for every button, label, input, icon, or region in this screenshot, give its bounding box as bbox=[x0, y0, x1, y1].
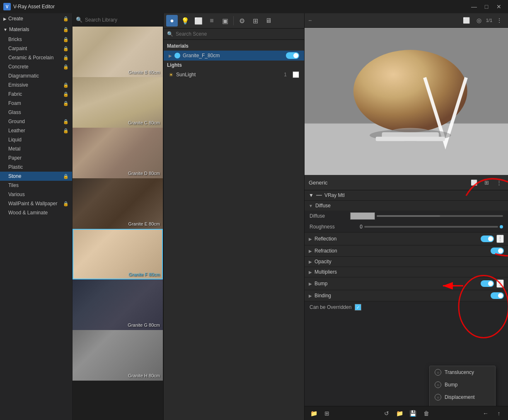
bottom-delete-btn[interactable]: 🗑 bbox=[421, 408, 432, 419]
props-expand-btn[interactable]: ⬜ bbox=[469, 177, 479, 187]
sunlight-color-swatch[interactable] bbox=[293, 71, 299, 78]
scene-cube-btn[interactable]: ⬜ bbox=[193, 15, 204, 27]
sidebar-item-label-foam: Foam bbox=[8, 100, 21, 106]
opacity-section-header[interactable]: ▶ Opacity bbox=[305, 257, 508, 267]
sidebar-item-various[interactable]: Various bbox=[0, 190, 72, 199]
material-toggle[interactable] bbox=[286, 52, 299, 59]
multipliers-section-header[interactable]: ▶ Multipliers bbox=[305, 267, 508, 277]
scene-monitor-btn[interactable]: 🖥 bbox=[263, 15, 274, 27]
bump-more-btn[interactable]: ⋮ bbox=[496, 279, 504, 288]
sidebar-item-ground[interactable]: Ground🔒 bbox=[0, 117, 72, 126]
reflection-more-btn[interactable]: ⋮ bbox=[496, 235, 504, 243]
bottom-nav-back-btn[interactable]: ← bbox=[480, 408, 491, 419]
sidebar-item-leather[interactable]: Leather🔒 bbox=[0, 126, 72, 135]
diffuse-section-header[interactable]: ▼ Diffuse bbox=[305, 201, 508, 211]
can-be-overridden-checkbox[interactable]: ✓ bbox=[355, 304, 361, 311]
scene-sphere-btn[interactable]: ● bbox=[166, 15, 178, 27]
sidebar-item-wood[interactable]: Wood & Laminate bbox=[0, 208, 72, 217]
bottom-save-btn[interactable]: 💾 bbox=[407, 408, 419, 419]
sidebar-item-carpaint[interactable]: Carpaint🔒 bbox=[0, 44, 72, 53]
maximize-button[interactable]: □ bbox=[481, 2, 492, 11]
reflection-toggle[interactable] bbox=[481, 235, 494, 242]
scene-light-btn[interactable]: 💡 bbox=[179, 15, 191, 27]
refraction-toggle[interactable] bbox=[491, 248, 504, 254]
library-item-granite-g[interactable]: Granite G 80cm bbox=[73, 279, 163, 330]
close-button[interactable]: ✕ bbox=[493, 2, 505, 11]
sidebar-item-label-diagrammatic: Diagrammatic bbox=[8, 73, 39, 79]
context-menu-item-translucency[interactable]: ○Translucency bbox=[430, 366, 495, 379]
lock-icon-bricks: 🔒 bbox=[63, 37, 69, 42]
preview-area bbox=[305, 28, 508, 175]
sidebar-item-bricks[interactable]: Bricks🔒 bbox=[0, 35, 72, 44]
roughness-slider[interactable] bbox=[364, 226, 498, 228]
props-more-btn[interactable]: ⋮ bbox=[494, 177, 504, 187]
scene-frame-btn[interactable]: ▣ bbox=[219, 15, 231, 27]
sidebar-item-tiles[interactable]: Tiles bbox=[0, 181, 72, 190]
context-menu-item-bump[interactable]: ○Bump bbox=[430, 379, 495, 391]
diffuse-slider[interactable] bbox=[377, 215, 503, 217]
sidebar-item-wallpaint[interactable]: WallPaint & Wallpaper🔒 bbox=[0, 199, 72, 208]
preview-toolbar: ↔ ⬜ ◎ 1/1 ⋮ bbox=[305, 13, 508, 28]
bottom-refresh-btn[interactable]: ↺ bbox=[381, 408, 392, 419]
sidebar-item-fabric[interactable]: Fabric🔒 bbox=[0, 90, 72, 99]
library-item-granite-e[interactable]: Granite E 80cm bbox=[73, 178, 163, 229]
refraction-section-header[interactable]: ▶ Refraction bbox=[305, 245, 508, 256]
sidebar-item-ceramic[interactable]: Ceramic & Porcelain🔒 bbox=[0, 53, 72, 62]
scene-content: Materials ▶ Granite_F_80cm Lights ☀ SunL… bbox=[164, 40, 304, 420]
sidebar-item-liquid[interactable]: Liquid bbox=[0, 135, 72, 144]
scene-search-input[interactable] bbox=[176, 31, 301, 37]
lock-icon-stone: 🔒 bbox=[63, 174, 69, 179]
scene-settings-btn[interactable]: ⚙ bbox=[236, 15, 248, 27]
library-items-list: Granite B 80cmGranite C 80cmGranite D 80… bbox=[73, 27, 163, 420]
scene-sunlight-item[interactable]: ☀ SunLight 1 bbox=[164, 70, 304, 80]
materials-arrow: ▼ bbox=[3, 27, 7, 32]
sidebar-item-foam[interactable]: Foam🔒 bbox=[0, 99, 72, 108]
props-grid-btn[interactable]: ⊞ bbox=[481, 177, 491, 187]
preview-more-btn[interactable]: ⋮ bbox=[494, 15, 505, 26]
sidebar-item-plastic[interactable]: Plastic bbox=[0, 163, 72, 172]
reflection-section-header[interactable]: ▶ Reflection ⋮ bbox=[305, 233, 508, 245]
vray-mtl-row[interactable]: ▼ VRay Mtl bbox=[305, 190, 508, 201]
scene-material-item[interactable]: ▶ Granite_F_80cm bbox=[164, 51, 304, 61]
binding-toggle[interactable] bbox=[491, 292, 504, 299]
sidebar-item-diagrammatic[interactable]: Diagrammatic bbox=[0, 71, 72, 80]
library-item-granite-c[interactable]: Granite C 80cm bbox=[73, 77, 163, 128]
library-item-granite-f[interactable]: Granite F 80cm bbox=[73, 229, 163, 279]
roughness-dot-btn[interactable] bbox=[500, 225, 503, 228]
scene-toolbar-sep bbox=[233, 16, 234, 25]
bottom-grid-btn[interactable]: ⊞ bbox=[321, 408, 333, 419]
materials-section[interactable]: ▼ Materials 🔒 bbox=[0, 24, 72, 35]
can-be-overridden-row: Can be Overridden ✓ bbox=[305, 301, 508, 313]
diffuse-color-swatch[interactable] bbox=[350, 212, 375, 220]
preview-expand-btn[interactable]: ⬜ bbox=[461, 15, 472, 26]
bump-section-header[interactable]: ▶ Bump ⋮ bbox=[305, 277, 508, 290]
context-menu-item-raytrace[interactable]: ○Raytrace Properties bbox=[430, 403, 495, 406]
library-search-input[interactable] bbox=[85, 17, 160, 23]
sidebar-item-glass[interactable]: Glass bbox=[0, 108, 72, 117]
scene-link-btn[interactable]: ⊞ bbox=[249, 15, 261, 27]
sidebar-item-metal[interactable]: Metal bbox=[0, 144, 72, 153]
lock-icon-fabric: 🔒 bbox=[63, 92, 69, 97]
sidebar-item-label-tiles: Tiles bbox=[8, 182, 19, 188]
lock-icon-ceramic: 🔒 bbox=[63, 55, 69, 61]
create-section[interactable]: ▶ Create 🔒 bbox=[0, 13, 72, 24]
bump-toggle[interactable] bbox=[481, 280, 494, 287]
sidebar-item-concrete[interactable]: Concrete🔒 bbox=[0, 62, 72, 71]
minimize-button[interactable]: — bbox=[468, 2, 480, 11]
sidebar-item-emissive[interactable]: Emissive🔒 bbox=[0, 80, 72, 90]
scene-layers-btn[interactable]: ≡ bbox=[206, 15, 218, 27]
context-menu-item-displacement[interactable]: ○Displacement bbox=[430, 391, 495, 403]
sidebar-item-stone[interactable]: Stone🔒 bbox=[0, 172, 72, 181]
binding-section-header[interactable]: ▶ Binding bbox=[305, 290, 508, 301]
sidebar-item-label-metal: Metal bbox=[8, 146, 20, 152]
multipliers-section: ▶ Multipliers bbox=[305, 267, 508, 277]
sidebar-item-paper[interactable]: Paper bbox=[0, 153, 72, 163]
bottom-import-btn[interactable]: 📁 bbox=[394, 408, 406, 419]
binding-label: Binding bbox=[314, 293, 488, 299]
preview-quality-btn[interactable]: ◎ bbox=[474, 15, 484, 26]
library-item-granite-h[interactable]: Granite H 80cm bbox=[73, 330, 163, 381]
bottom-nav-forward-btn[interactable]: ↑ bbox=[493, 408, 505, 419]
library-item-granite-b[interactable]: Granite B 80cm bbox=[73, 27, 163, 77]
library-item-granite-d[interactable]: Granite D 80cm bbox=[73, 128, 163, 178]
bottom-folder-btn[interactable]: 📁 bbox=[308, 408, 319, 419]
